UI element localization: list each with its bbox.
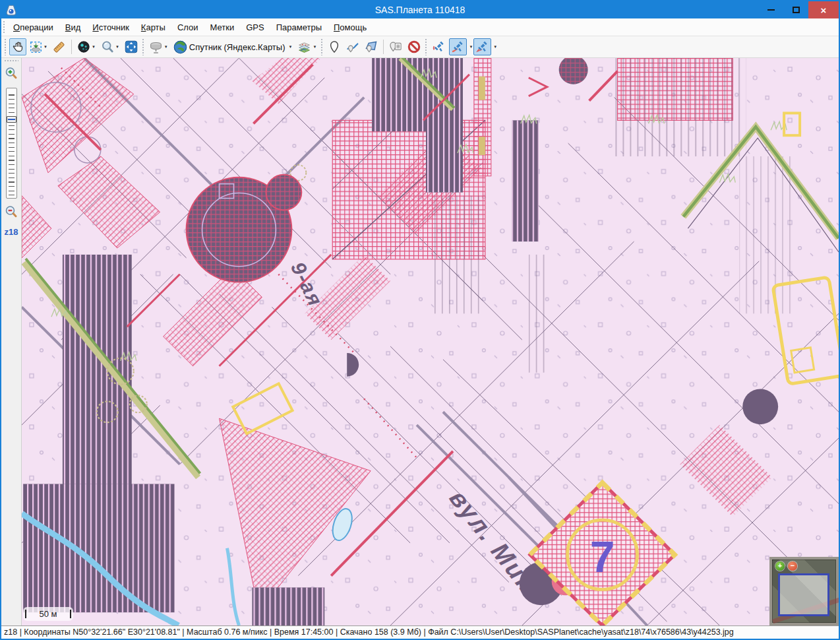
map-source-dropdown-arrow[interactable]: ▼ xyxy=(288,45,292,49)
zoom-panel: z18 xyxy=(1,58,22,625)
dark-globe-dropdown-arrow[interactable]: ▼ xyxy=(92,45,96,49)
minimap[interactable]: + − xyxy=(769,557,839,625)
menu-maps[interactable]: Карты xyxy=(135,20,171,34)
no-entry-icon xyxy=(407,40,421,53)
toolbar-separator-2 xyxy=(383,40,384,54)
map-source-button[interactable]: Спутник (Яндекс.Карты) ▼ xyxy=(171,38,295,55)
magnifier-button[interactable]: ▼ xyxy=(99,38,121,55)
add-polygon-button[interactable] xyxy=(363,38,380,55)
zoom-slider-thumb[interactable] xyxy=(7,116,16,123)
layers-icon xyxy=(297,40,311,54)
gps-connect-button[interactable] xyxy=(430,38,448,55)
toolbar-gripper-4[interactable] xyxy=(425,38,428,55)
toolbar-gripper-1[interactable] xyxy=(4,38,7,55)
window-title: SAS.Планета 110418 xyxy=(1,5,839,15)
minimap-zoom-in-button[interactable]: + xyxy=(775,561,785,571)
gps-track-icon xyxy=(451,40,465,54)
toolbar-separator xyxy=(71,40,72,54)
zoom-out-button[interactable] xyxy=(5,205,18,218)
measure-distance-button[interactable] xyxy=(51,38,68,55)
scale-bar: 50 м xyxy=(23,607,73,621)
gps-track-button[interactable] xyxy=(449,38,467,55)
placemark-manager-button[interactable] xyxy=(387,38,404,55)
earth-globe-icon xyxy=(173,40,187,54)
zoom-slider-ticks xyxy=(9,91,15,195)
fullscreen-button[interactable] xyxy=(123,38,140,55)
toolbar-gripper-2[interactable] xyxy=(142,38,145,55)
scale-bar-right-tick xyxy=(70,610,71,618)
add-placemark-button[interactable] xyxy=(326,38,343,55)
hand-icon xyxy=(12,41,24,53)
cache-drive-icon xyxy=(149,40,163,54)
selection-dropdown-arrow[interactable]: ▼ xyxy=(44,45,47,49)
gps-signal-icon xyxy=(432,40,446,54)
polygon-icon xyxy=(365,40,378,53)
toolbar-gripper-3[interactable] xyxy=(320,38,324,55)
hide-placemarks-button[interactable] xyxy=(405,38,423,55)
menu-bar: Операции Вид Источник Карты Слои Метки G… xyxy=(1,18,839,36)
pan-tool-button[interactable] xyxy=(9,38,26,55)
selection-tool-button[interactable]: ▼ xyxy=(28,38,49,55)
menu-gps[interactable]: GPS xyxy=(240,20,270,34)
ruler-icon xyxy=(53,41,65,53)
scale-bar-label: 50 м xyxy=(26,609,70,619)
menu-operations[interactable]: Операции xyxy=(7,20,59,34)
map-canvas[interactable]: 7 9-ая вул. Мико 50 м + − xyxy=(22,58,839,625)
layers-button[interactable]: ▼ xyxy=(295,38,318,55)
gps-follow-icon xyxy=(475,40,489,54)
minimap-viewport[interactable] xyxy=(778,573,829,616)
title-bar[interactable]: SAS.Планета 110418 × xyxy=(1,1,839,18)
night-globe-icon xyxy=(77,40,90,53)
status-bar: z18 | Координаты N50°32'21.66" E30°21'08… xyxy=(1,625,839,639)
add-path-button[interactable] xyxy=(344,38,361,55)
zoom-level-label: z18 xyxy=(5,227,18,237)
fullscreen-icon xyxy=(125,40,138,53)
cache-dropdown-arrow[interactable]: ▼ xyxy=(164,45,168,49)
app-window: SAS.Планета 110418 × Операции Вид Источн… xyxy=(0,0,840,640)
path-icon xyxy=(346,40,359,53)
gps-follow-dropdown-arrow[interactable]: ▼ xyxy=(493,45,497,49)
gps-follow-button[interactable] xyxy=(473,38,491,55)
gps-track-dropdown-arrow[interactable]: ▼ xyxy=(469,45,473,49)
menu-view[interactable]: Вид xyxy=(59,20,87,34)
zoom-slider[interactable] xyxy=(6,88,17,199)
main-toolbar: ▼ ▼ ▼ xyxy=(1,36,839,58)
dark-globe-button[interactable]: ▼ xyxy=(75,38,98,55)
map-image: 7 9-ая вул. Мико xyxy=(22,58,839,625)
menu-source[interactable]: Источник xyxy=(86,20,135,34)
zoom-panel-gripper[interactable] xyxy=(4,59,18,63)
minimap-zoom-out-button[interactable]: − xyxy=(788,561,797,571)
cache-mode-button[interactable]: ▼ xyxy=(147,38,170,55)
layers-dropdown-arrow[interactable]: ▼ xyxy=(313,45,316,49)
rect-selection-icon xyxy=(30,41,42,53)
magnifier-dropdown-arrow[interactable]: ▼ xyxy=(115,45,119,49)
menu-help[interactable]: Помощь xyxy=(328,20,373,34)
block-number-label: 7 xyxy=(590,532,615,581)
placemark-icon xyxy=(328,40,341,53)
menu-settings[interactable]: Параметры xyxy=(270,20,328,34)
search-icon xyxy=(101,40,114,53)
status-text: z18 | Координаты N50°32'21.66" E30°21'08… xyxy=(4,627,734,637)
zoom-in-button[interactable] xyxy=(5,67,18,80)
menu-layers[interactable]: Слои xyxy=(171,20,204,34)
menubar-gripper[interactable] xyxy=(3,20,6,34)
placemark-list-icon xyxy=(389,40,402,53)
menu-placemarks[interactable]: Метки xyxy=(204,20,241,34)
map-source-label: Спутник (Яндекс.Карты) xyxy=(189,42,285,52)
